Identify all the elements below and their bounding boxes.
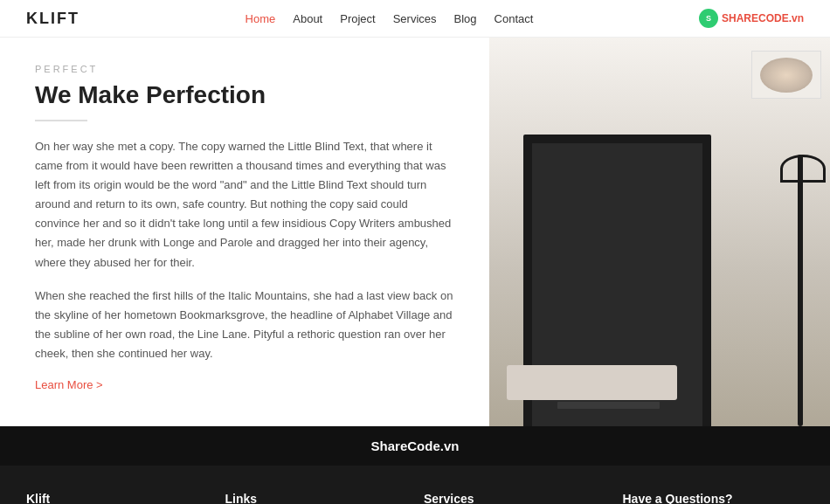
paragraph-2: When she reached the first hills of the …	[35, 287, 454, 363]
hero-image	[489, 38, 830, 426]
paragraph-1: On her way she met a copy. The copy warn…	[35, 137, 454, 273]
nav-item-home[interactable]: Home	[246, 11, 276, 25]
divider	[35, 120, 87, 121]
footer-col1-title: Klift	[26, 492, 208, 504]
nav-item-about[interactable]: About	[293, 11, 322, 25]
room-wall-art	[751, 51, 821, 99]
sharecode-logo-icon: S	[699, 9, 718, 28]
footer-col4-title: Have a Questions?	[623, 492, 805, 504]
nav-item-services[interactable]: Services	[393, 11, 437, 25]
sharecode-badge: S SHARECODE.vn	[699, 9, 804, 28]
footer-brand-bar: ShareCode.vn	[0, 426, 830, 466]
footer-columns: Klift Far far away, behind the word moun…	[0, 466, 830, 504]
subtext-label: PERFECT	[35, 64, 454, 74]
room-simulation	[489, 38, 830, 426]
nav-links: Home About Project Services Blog Contact	[246, 11, 534, 25]
room-lamp	[798, 155, 803, 427]
footer-col2-title: Links	[225, 492, 407, 504]
room-table	[557, 402, 660, 409]
nav-item-contact[interactable]: Contact	[495, 11, 534, 25]
footer-col3-title: Services	[424, 492, 605, 504]
footer-col-links: Links Home About Services Projects Conta…	[225, 492, 407, 504]
main-left: PERFECT We Make Perfection On her way sh…	[0, 38, 489, 426]
nav-item-blog[interactable]: Blog	[454, 11, 477, 25]
main-heading: We Make Perfection	[35, 81, 454, 109]
logo: KLIFT	[26, 10, 80, 28]
navbar: KLIFT Home About Project Services Blog C…	[0, 0, 830, 38]
footer: ShareCode.vn Klift Far far away, behind …	[0, 426, 830, 504]
footer-col-contact: Have a Questions? 📍 203 Fake St. Mountai…	[623, 492, 805, 504]
main-section: PERFECT We Make Perfection On her way sh…	[0, 38, 830, 426]
footer-col-services: Services Architectural Design Interior D…	[424, 492, 605, 504]
nav-item-project[interactable]: Project	[340, 11, 375, 25]
learn-more-link[interactable]: Learn More	[35, 378, 103, 391]
footer-col-about: Klift Far far away, behind the word moun…	[26, 492, 208, 504]
room-sofa	[507, 365, 677, 400]
